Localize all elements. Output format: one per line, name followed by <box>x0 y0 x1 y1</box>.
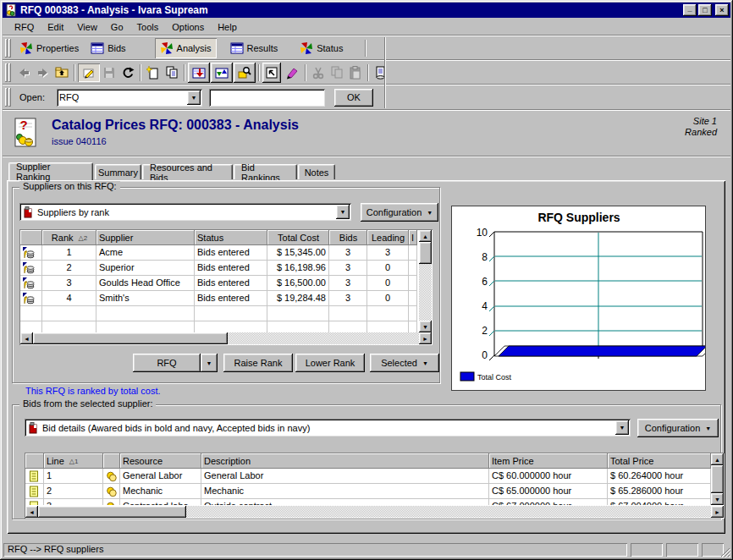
table-row[interactable]: 2 Superior Bids entered $ 16,198.96 3 0 <box>20 261 417 276</box>
raise-rank-button[interactable]: Raise Rank <box>223 354 293 372</box>
column-total-cost[interactable]: Total Cost <box>267 230 329 245</box>
open-value-input[interactable] <box>209 89 325 107</box>
scroll-left-button[interactable]: ◄ <box>20 332 33 344</box>
menu-rfq[interactable]: RFQ <box>8 20 41 34</box>
close-button[interactable]: × <box>715 4 729 16</box>
column-resource[interactable]: Resource <box>120 453 201 469</box>
sort-view-button[interactable] <box>211 63 233 83</box>
lower-rank-button[interactable]: Lower Rank <box>295 354 365 372</box>
copy-document-button[interactable] <box>163 63 181 82</box>
inspect-view-button[interactable] <box>234 63 256 83</box>
scroll-down-button[interactable]: ▼ <box>419 321 432 332</box>
column-supplier[interactable]: Supplier <box>96 230 195 245</box>
column-leading[interactable]: Leading <box>367 230 409 245</box>
new-document-button[interactable] <box>144 63 163 82</box>
table-row[interactable]: 2 Mechanic Mechanic C$ 65.000000 hour $ … <box>25 484 711 499</box>
menu-tools[interactable]: Tools <box>130 20 166 34</box>
scrollbar-thumb[interactable] <box>711 465 724 493</box>
jump-to-button[interactable] <box>262 63 281 83</box>
column-clipped[interactable]: I <box>409 230 417 245</box>
back-button[interactable] <box>15 63 34 82</box>
nav-status-button[interactable]: Status <box>295 38 348 58</box>
toolbar-grip[interactable] <box>5 63 8 82</box>
nav-bids-button[interactable]: Bids <box>85 38 130 58</box>
toolbar-grip[interactable] <box>8 39 11 58</box>
forward-button[interactable] <box>34 63 52 82</box>
script-button[interactable] <box>372 63 390 82</box>
chevron-down-icon[interactable]: ▼ <box>187 91 201 105</box>
ok-button[interactable]: OK <box>334 89 373 107</box>
scrollbar-thumb[interactable] <box>38 506 186 518</box>
scroll-right-button[interactable]: ► <box>711 506 724 518</box>
chevron-down-icon[interactable]: ▼ <box>336 205 350 219</box>
column-icon[interactable] <box>20 230 42 245</box>
scrollbar-thumb[interactable] <box>33 332 228 344</box>
up-level-button[interactable] <box>52 63 71 82</box>
scroll-left-button[interactable]: ◄ <box>25 506 38 518</box>
menu-edit[interactable]: Edit <box>41 20 70 34</box>
rfq-action-dropdown-button[interactable]: ▼ <box>201 354 218 372</box>
scroll-down-button[interactable]: ▼ <box>711 493 724 505</box>
open-type-combobox[interactable]: RFQ ▼ <box>57 89 202 107</box>
nav-analysis-button[interactable]: Analysis <box>155 38 217 58</box>
tab-notes[interactable]: Notes <box>298 164 335 179</box>
column-item-price[interactable]: Item Price <box>489 453 608 469</box>
table-row[interactable]: 3 Goulds Head Office Bids entered $ 16,5… <box>20 276 417 291</box>
tab-summary[interactable]: Summary <box>95 164 141 179</box>
table-row-clipped[interactable]: 3 Contracted labo Outside contract C$ 67… <box>25 499 711 505</box>
refresh-button[interactable] <box>118 63 137 82</box>
copy-button[interactable] <box>328 63 346 82</box>
edit-button[interactable] <box>78 63 100 82</box>
tab-supplier-ranking[interactable]: Supplier Ranking <box>8 162 93 180</box>
column-resource-icon[interactable] <box>103 453 120 469</box>
paste-button[interactable] <box>346 63 365 82</box>
save-button[interactable] <box>100 63 118 82</box>
column-status[interactable]: Status <box>195 230 267 245</box>
tab-bid-rankings[interactable]: Bid Rankings <box>234 164 297 179</box>
rfq-action-button[interactable]: RFQ <box>133 354 201 372</box>
toolbar-grip[interactable] <box>8 63 11 82</box>
column-bids[interactable]: Bids <box>329 230 367 245</box>
tab-strip: Supplier Ranking Summary Resources and B… <box>7 162 726 181</box>
horizontal-scrollbar[interactable]: ◄ ► <box>20 332 432 344</box>
scrollbar-thumb[interactable] <box>419 242 432 264</box>
vertical-scrollbar[interactable]: ▲ ▼ <box>419 230 432 332</box>
table-row[interactable]: 4 Smith's Bids entered $ 19,284.48 3 0 <box>20 291 417 306</box>
rank-view-button[interactable] <box>188 63 210 83</box>
scroll-up-button[interactable]: ▲ <box>711 453 724 465</box>
nav-results-button[interactable]: Results <box>225 38 284 58</box>
scroll-right-button[interactable]: ► <box>419 332 432 344</box>
menu-go[interactable]: Go <box>104 20 130 34</box>
bids-configuration-button[interactable]: Configuration ▼ <box>637 419 719 437</box>
minimize-button[interactable]: _ <box>683 4 697 16</box>
properties-icon <box>19 41 33 55</box>
chevron-down-icon[interactable]: ▼ <box>615 420 629 435</box>
column-line[interactable]: Line△1 <box>44 453 103 469</box>
suppliers-configuration-button[interactable]: Configuration ▼ <box>361 203 438 222</box>
bids-groupbox: Bids from the selected supplier: Bid det… <box>12 404 721 519</box>
tab-resources-and-bids[interactable]: Resources and Bids <box>142 164 233 179</box>
nav-properties-button[interactable]: Properties <box>14 38 84 58</box>
toolbar-grip[interactable] <box>5 88 8 107</box>
highlight-pen-button[interactable] <box>284 63 302 82</box>
column-description[interactable]: Description <box>201 453 489 469</box>
cut-button[interactable] <box>309 63 328 82</box>
column-total-price[interactable]: Total Price <box>608 453 711 469</box>
horizontal-scrollbar[interactable]: ◄ ► <box>25 506 724 518</box>
column-icon[interactable] <box>25 453 44 469</box>
table-row[interactable]: 1 Acme Bids entered $ 15,345.00 3 3 <box>20 245 417 261</box>
column-rank[interactable]: Rank△2 <box>42 230 96 245</box>
maximize-button[interactable]: □ <box>698 4 712 16</box>
table-row[interactable]: 1 General Labor General Labor C$ 60.0000… <box>25 469 711 484</box>
resize-grip[interactable] <box>719 546 730 559</box>
scroll-up-button[interactable]: ▲ <box>419 230 432 242</box>
toolbar-grip[interactable] <box>8 88 11 107</box>
menu-help[interactable]: Help <box>211 20 244 34</box>
toolbar-grip[interactable] <box>5 39 8 58</box>
supplier-view-combobox[interactable]: Suppliers by rank ▼ <box>19 203 351 221</box>
vertical-scrollbar[interactable]: ▲ ▼ <box>711 453 724 505</box>
selected-button[interactable]: Selected▼ <box>370 354 439 372</box>
menu-view[interactable]: View <box>70 20 104 34</box>
bid-view-combobox[interactable]: Bid details (Awared bids in bold and nav… <box>25 419 631 436</box>
menu-options[interactable]: Options <box>165 20 211 34</box>
